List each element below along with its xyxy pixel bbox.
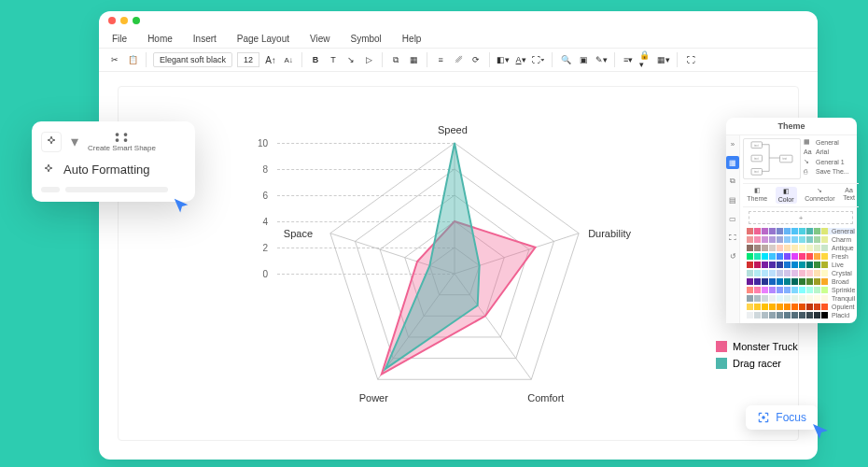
line-style-icon[interactable]: ≡▾ [622,53,635,66]
add-palette-button[interactable]: + [749,211,853,224]
sparkle-icon[interactable] [41,132,62,152]
palette-row[interactable]: Placid [747,312,855,318]
palette-list: GeneralCharmAntiqueFreshLiveCrystalBroad… [743,228,859,320]
list-icon[interactable]: ▭ [726,212,739,225]
legend-swatch [716,341,727,352]
bold-icon[interactable]: B [309,53,322,66]
line-tool-icon[interactable]: ↘ [344,53,357,66]
cut-icon[interactable]: ✂ [108,53,121,66]
pen-icon[interactable]: ✎▾ [595,53,608,66]
crop-icon[interactable]: ⛶▾ [532,53,545,66]
menu-item-home[interactable]: Home [147,34,173,44]
svg-point-13 [124,133,128,136]
menu-item-symbol[interactable]: Symbol [351,34,382,44]
layers-icon[interactable]: ⧉ [389,53,402,66]
axis-label-speed: Speed [438,124,468,135]
svg-text:text: text [754,157,759,161]
lock-icon[interactable]: 🔒▾ [639,53,652,66]
focus-button[interactable]: Focus [746,405,818,430]
app-window: FileHomeInsertPage LayoutViewSymbolHelp … [99,11,818,460]
palette-row[interactable]: Crystal [747,270,855,276]
legend-label: Drag racer [733,358,781,369]
svg-point-12 [116,133,119,136]
theme-option[interactable]: AaArial [804,149,849,155]
menubar: FileHomeInsertPage LayoutViewSymbolHelp [99,30,818,49]
canvas[interactable]: 1086420 SpeedDurabilityComfortPowerSpace… [118,86,799,441]
theme-thumbnail[interactable]: texttexttexttext [743,138,801,179]
palette-row[interactable]: Live [747,262,855,268]
pointer-icon[interactable]: ▷ [362,53,375,66]
theme-sidebar: » ▦ ⧉ ▤ ▭ ⛶ ↺ [726,135,740,323]
theme-option[interactable]: ⎙Save The... [804,168,849,175]
axis-label-power: Power [359,392,388,403]
palette-row[interactable]: Tranquil [747,295,855,302]
theme-tab-theme[interactable]: ◧Theme [747,187,767,204]
palette-row[interactable]: Opulent [747,304,855,310]
maximize-icon[interactable] [133,17,140,24]
radar-chart [268,106,641,442]
focus-label: Focus [776,411,806,424]
grid-view-icon[interactable]: ▦ [726,156,739,169]
axis-label-durability: Durability [588,228,631,239]
svg-point-14 [116,138,119,142]
menu-item-help[interactable]: Help [402,34,422,44]
focus-mode-icon[interactable]: ⛶ [726,231,739,244]
layers-view-icon[interactable]: ⧉ [726,175,739,188]
svg-text:text: text [754,144,759,148]
rotate-icon[interactable]: ⟳ [469,53,483,66]
theme-panel-title: Theme [726,118,857,135]
minimize-icon[interactable] [120,17,128,24]
theme-tab-connector[interactable]: ↘Connector [805,187,834,204]
page-icon[interactable]: ▤ [726,193,739,206]
chevron-down-icon[interactable]: ▾ [69,133,80,150]
legend-item: Monster Truck [716,341,798,352]
sparkle-icon-2 [41,163,56,177]
history-icon[interactable]: ↺ [726,249,739,262]
menu-item-view[interactable]: View [310,34,330,44]
close-icon[interactable] [108,17,116,24]
theme-option[interactable]: ↘General 1 [804,158,849,165]
fill-icon[interactable]: ◧▾ [497,53,510,66]
palette-row[interactable]: Charm [747,236,855,243]
font-select[interactable]: Elegant soft black [153,52,232,67]
theme-tab-text[interactable]: AaText [843,187,855,204]
cursor-icon [172,196,192,217]
toolbar: ✂ 📋 Elegant soft black 12 A↑ A↓ B T ↘ ▷ … [99,49,818,72]
palette-row[interactable]: Fresh [747,253,855,260]
theme-option[interactable]: ▦General [804,138,849,146]
font-color-icon[interactable]: A▾ [514,53,527,66]
distribute-icon[interactable]: ␥ [452,53,465,66]
menu-item-file[interactable]: File [112,34,127,44]
legend-label: Monster Truck [733,341,798,352]
svg-text:text: text [782,157,787,161]
font-shrink-icon[interactable]: A↓ [282,53,295,66]
smart-shape-icon [113,131,130,144]
zoom-icon[interactable]: 🔍 [559,53,572,66]
palette-row[interactable]: Sprinkle [747,287,855,293]
auto-format-popover: ▾ Create Smart Shape Auto Formatting [32,121,195,202]
font-grow-icon[interactable]: A↑ [264,53,277,66]
group-icon[interactable]: ▦ [407,53,420,66]
menu-item-page-layout[interactable]: Page Layout [237,34,289,44]
overview-icon[interactable]: ▣ [577,53,590,66]
font-size-input[interactable]: 12 [237,52,259,67]
svg-point-15 [124,138,128,142]
fullscreen-icon[interactable]: ⛶ [684,53,697,66]
palette-row[interactable]: General [747,228,855,234]
auto-formatting-title: Auto Formatting [63,163,150,177]
palette-row[interactable]: Broad [747,278,855,285]
clipboard-icon[interactable]: 📋 [126,53,139,66]
theme-tab-color[interactable]: ◧Color [776,187,797,204]
grid-icon[interactable]: ▦▾ [657,53,670,66]
legend-swatch [716,358,727,369]
menu-item-insert[interactable]: Insert [193,34,217,44]
svg-text:text: text [754,170,759,174]
create-smart-shape-label[interactable]: Create Smart Shape [88,144,156,153]
palette-row[interactable]: Antique [747,245,855,251]
svg-point-24 [763,417,764,418]
titlebar [99,11,818,30]
collapse-icon[interactable]: » [726,137,739,150]
legend-item: Drag racer [716,358,798,369]
align-icon[interactable]: ≡ [434,53,447,66]
text-tool-icon[interactable]: T [327,53,340,66]
